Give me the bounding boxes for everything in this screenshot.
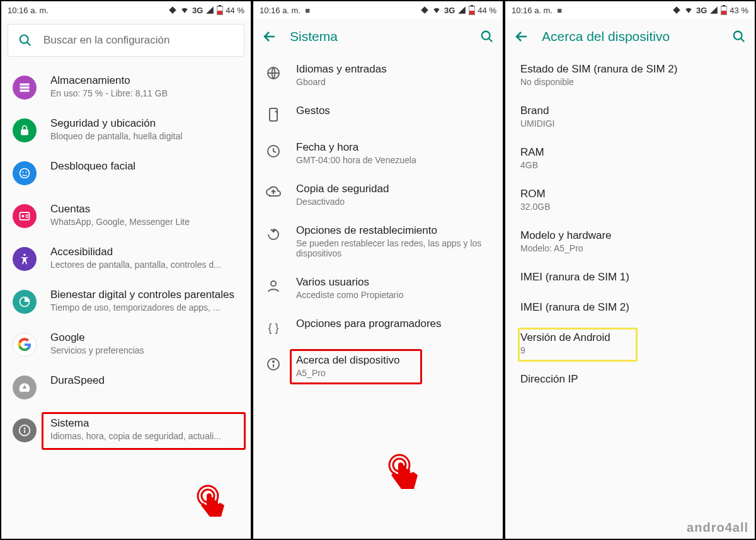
phone-panel-3: 10:16 a. m. ■ 3G 43 % Acerca del disposi…: [504, 0, 756, 540]
back-button[interactable]: [514, 29, 529, 44]
system-item-datetime[interactable]: Fecha y horaGMT-04:00 hora de Venezuela: [253, 132, 503, 174]
wifi-icon: [180, 6, 190, 14]
user-icon: [266, 279, 281, 294]
speed-icon: [18, 381, 31, 394]
battery-label: 44 %: [226, 6, 244, 15]
about-item-sim-status[interactable]: Estado de SIM (ranura de SIM 2)No dispon…: [509, 54, 755, 96]
about-item-android-version[interactable]: Versión de Android9: [509, 323, 755, 364]
battery-icon: [217, 5, 223, 15]
google-icon: [18, 338, 32, 352]
nfc-icon: [420, 6, 429, 14]
account-icon: [18, 210, 31, 222]
watermark: andro4all: [687, 520, 748, 535]
appbar-title: Sistema: [290, 29, 467, 44]
svg-point-10: [22, 171, 23, 173]
settings-item-storage[interactable]: AlmacenamientoEn uso: 75 % - Libre: 8,11…: [1, 66, 251, 108]
globe-icon: [266, 66, 281, 81]
about-item-ip[interactable]: Dirección IP: [509, 364, 755, 394]
about-item-brand[interactable]: BrandUMIDIGI: [509, 96, 755, 137]
svg-line-25: [489, 38, 493, 42]
battery-icon: [721, 5, 727, 15]
clock-icon: [266, 144, 281, 159]
search-button[interactable]: [480, 30, 494, 43]
system-list: Idiomas y entradasGboard Gestos Fecha y …: [253, 54, 503, 539]
signal-icon: [709, 6, 718, 14]
settings-item-face-unlock[interactable]: Desbloqueo facial: [1, 151, 251, 194]
svg-line-38: [741, 38, 745, 42]
arrow-back-icon: [262, 29, 277, 44]
wellbeing-icon: [18, 296, 31, 308]
lock-icon: [18, 124, 31, 137]
system-item-backup[interactable]: Copia de seguridadDesactivado: [253, 174, 503, 215]
search-icon: [480, 30, 494, 43]
app-bar: Sistema: [253, 19, 503, 54]
system-item-users[interactable]: Varios usuariosAccediste como Propietari…: [253, 267, 503, 309]
svg-rect-22: [471, 5, 473, 6]
svg-rect-7: [20, 89, 30, 91]
reset-icon: [266, 227, 281, 242]
storage-icon: [18, 81, 31, 94]
svg-rect-27: [270, 108, 277, 121]
settings-item-wellbeing[interactable]: Bienestar digital y controles parentales…: [1, 280, 251, 323]
wifi-icon: [432, 6, 442, 14]
battery-icon: [469, 5, 475, 15]
nfc-icon: [168, 6, 177, 14]
settings-search-box[interactable]: Buscar en la configuración: [8, 24, 244, 57]
system-item-developer[interactable]: { } Opciones para programadores: [253, 309, 503, 345]
about-item-ram[interactable]: RAM4GB: [509, 137, 755, 179]
settings-item-duraspeed[interactable]: DuraSpeed: [1, 365, 251, 408]
network-label: 3G: [444, 6, 455, 15]
svg-rect-36: [721, 11, 726, 14]
svg-rect-35: [723, 5, 725, 6]
status-time: 10:16 a. m.: [8, 6, 49, 15]
search-icon: [18, 33, 32, 47]
settings-item-system[interactable]: SistemaIdiomas, hora, copia de seguridad…: [1, 408, 251, 451]
system-item-gestures[interactable]: Gestos: [253, 96, 503, 132]
search-button[interactable]: [732, 30, 746, 43]
phone-panel-1: 10:16 a. m. 3G 44 % Buscar en la configu…: [0, 0, 252, 540]
system-item-about[interactable]: Acerca del dispositivoA5_Pro: [253, 345, 503, 387]
svg-point-14: [23, 254, 25, 256]
signal-icon: [457, 6, 466, 14]
svg-rect-6: [20, 86, 30, 88]
signal-icon: [205, 6, 214, 14]
svg-point-24: [482, 32, 490, 40]
svg-point-17: [24, 427, 26, 429]
settings-item-accessibility[interactable]: AccesibilidadLectores de pantalla, panta…: [1, 237, 251, 280]
phone-panel-2: 10:16 a. m. ■ 3G 44 % Sistema Idiomas y …: [252, 0, 504, 540]
backup-icon: [266, 185, 281, 200]
status-bar: 10:16 a. m. 3G 44 %: [1, 1, 251, 19]
back-button[interactable]: [262, 29, 277, 44]
status-bar: 10:16 a. m. ■ 3G 44 %: [253, 1, 503, 19]
svg-point-9: [20, 169, 30, 178]
wifi-icon: [684, 6, 694, 14]
svg-rect-5: [20, 83, 30, 85]
about-item-model[interactable]: Modelo y hardwareModelo: A5_Pro: [509, 221, 755, 262]
system-item-reset[interactable]: Opciones de restablecimientoSe pueden re…: [253, 215, 503, 267]
network-label: 3G: [696, 6, 707, 15]
arrow-back-icon: [514, 29, 529, 44]
svg-point-31: [273, 361, 274, 362]
settings-item-accounts[interactable]: CuentasWhatsApp, Google, Messenger Lite: [1, 194, 251, 237]
app-bar: Acerca del dispositivo: [505, 19, 755, 54]
accessibility-icon: [18, 253, 31, 265]
settings-item-google[interactable]: GoogleServicios y preferencias: [1, 323, 251, 365]
svg-rect-8: [21, 129, 28, 135]
system-item-languages[interactable]: Idiomas y entradasGboard: [253, 54, 503, 96]
network-label: 3G: [192, 6, 203, 15]
svg-point-11: [25, 171, 26, 173]
status-extra-icon: ■: [557, 6, 562, 15]
status-extra-icon: ■: [305, 6, 310, 15]
about-item-imei2[interactable]: IMEI (ranura de SIM 2): [509, 292, 755, 323]
gesture-icon: [266, 107, 281, 122]
status-time: 10:16 a. m.: [260, 6, 301, 15]
settings-item-security[interactable]: Seguridad y ubicaciónBloqueo de pantalla…: [1, 108, 251, 151]
svg-rect-2: [217, 11, 222, 14]
search-icon: [732, 30, 746, 43]
about-item-rom[interactable]: ROM32.0GB: [509, 179, 755, 221]
appbar-title: Acerca del dispositivo: [542, 29, 719, 44]
svg-rect-1: [219, 5, 221, 6]
about-item-imei1[interactable]: IMEI (ranura de SIM 1): [509, 262, 755, 292]
svg-point-13: [21, 215, 24, 217]
face-icon: [18, 167, 31, 180]
